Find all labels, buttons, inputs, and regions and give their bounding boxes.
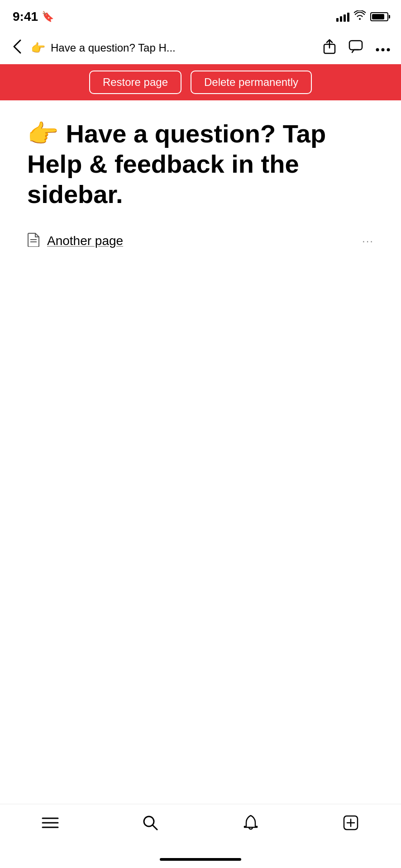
sub-page-left: Another page [27, 232, 123, 250]
more-button[interactable] [374, 39, 392, 57]
delete-permanently-button[interactable]: Delete permanently [191, 71, 312, 94]
title-emoji: 👉 [27, 119, 59, 148]
svg-point-3 [382, 48, 385, 51]
back-button[interactable] [9, 35, 25, 61]
search-icon [143, 815, 158, 834]
main-content: 👉 Have a question? Tap Help & feedback i… [0, 100, 401, 804]
wifi-icon [354, 10, 366, 23]
bottom-nav [0, 804, 401, 854]
svg-rect-1 [349, 41, 362, 50]
svg-point-2 [376, 48, 379, 51]
notifications-button[interactable] [237, 811, 264, 838]
status-left: 9:41 🔖 [13, 9, 54, 24]
menu-button[interactable] [37, 811, 64, 838]
document-icon [27, 232, 40, 250]
menu-icon [42, 816, 59, 833]
restore-page-button[interactable]: Restore page [89, 71, 181, 94]
status-bar: 9:41 🔖 [0, 0, 401, 32]
page-title: 👉 Have a question? Tap Help & feedback i… [27, 118, 374, 210]
sub-page-item[interactable]: Another page ··· [27, 228, 374, 255]
search-button[interactable] [137, 811, 164, 838]
nav-title: Have a question? Tap H... [51, 42, 316, 54]
svg-line-11 [153, 825, 157, 830]
bookmark-icon: 🔖 [42, 11, 54, 23]
bell-icon [243, 815, 258, 835]
sub-page-more-button[interactable]: ··· [362, 235, 374, 247]
comment-button[interactable] [347, 38, 365, 58]
add-button[interactable] [337, 811, 364, 838]
deleted-banner: Restore page Delete permanently [0, 64, 401, 100]
sub-page-name[interactable]: Another page [47, 234, 123, 248]
status-time: 9:41 [13, 9, 38, 24]
svg-point-4 [387, 48, 390, 51]
add-icon [343, 815, 358, 834]
battery-icon [370, 12, 388, 21]
status-right [336, 10, 388, 23]
share-button[interactable] [321, 37, 338, 59]
nav-actions [321, 37, 392, 59]
home-bar [160, 858, 241, 861]
signal-icon [336, 12, 349, 22]
home-indicator [0, 854, 401, 868]
page-emoji-icon: 👉 [31, 41, 45, 55]
nav-bar: 👉 Have a question? Tap H... [0, 32, 401, 64]
